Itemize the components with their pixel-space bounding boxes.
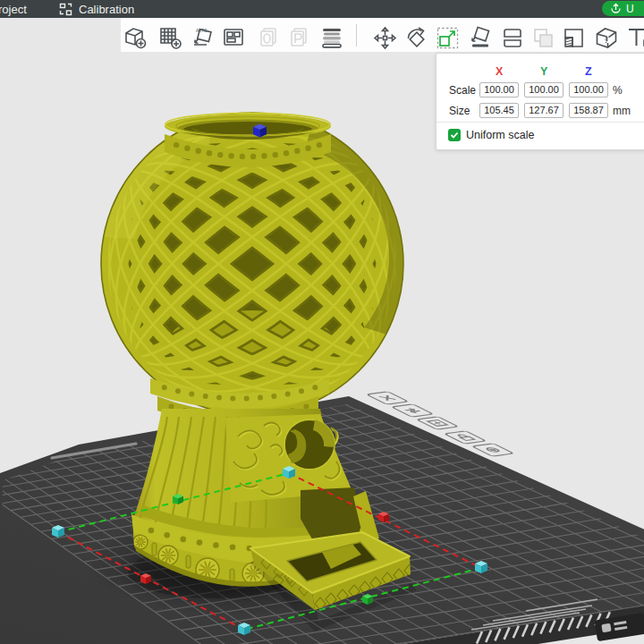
svg-text:AUTO: AUTO [196, 29, 208, 33]
